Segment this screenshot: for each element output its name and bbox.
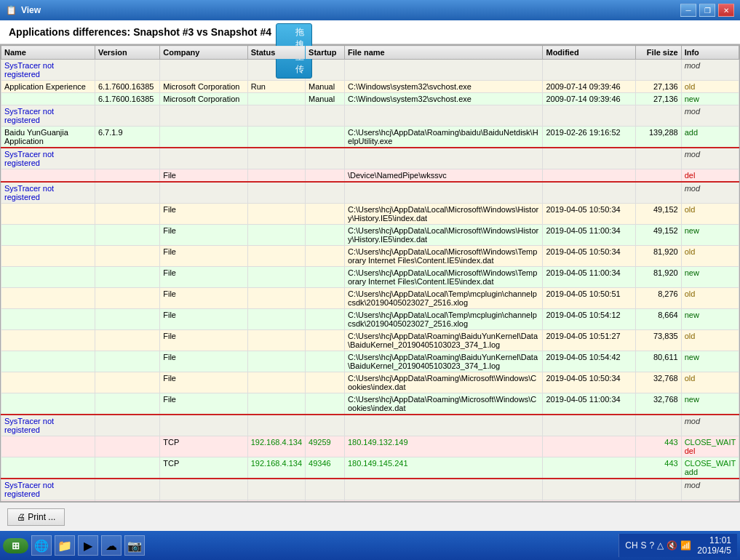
section-name: SysTracer not registered bbox=[1, 479, 95, 500]
taskbar-icon-folder[interactable]: 📁 bbox=[55, 535, 75, 556]
bottom-bar: 🖨 Print ... bbox=[0, 502, 740, 531]
section-info: mod bbox=[681, 105, 739, 127]
network-icon: △ bbox=[657, 540, 664, 551]
section-info: mod bbox=[681, 479, 739, 500]
window-icon: 📋 bbox=[6, 5, 17, 15]
section-header-row: SysTracer not registered mod bbox=[1, 148, 739, 169]
table-row: 6.1.7600.16385 Microsoft Corporation Man… bbox=[1, 93, 739, 105]
section-header-row: SysTracer not registered mod bbox=[1, 182, 739, 204]
clock-date: 2019/4/5 bbox=[697, 545, 731, 556]
table-row: File C:\Users\hcj\AppData\Local\Microsof… bbox=[1, 225, 739, 246]
col-header-company: Company bbox=[160, 46, 247, 60]
col-header-filesize: File size bbox=[635, 46, 681, 60]
taskbar-right: CH S ? △ 🔇 📶 11:01 2019/4/5 bbox=[618, 534, 737, 557]
col-header-filename: File name bbox=[344, 46, 543, 60]
col-header-info: Info bbox=[681, 46, 739, 60]
window-title-text: View bbox=[21, 5, 41, 15]
table-row: Baidu YunGuanjia Application 6.7.1.9 C:\… bbox=[1, 127, 739, 148]
table-row: File \Device\NamedPipe\wkssvc del bbox=[1, 169, 739, 183]
window-heading: Applications differences: Snapshot #3 vs… bbox=[0, 20, 740, 44]
section-info: mod bbox=[681, 148, 739, 169]
col-header-modified: Modified bbox=[543, 46, 635, 60]
table-header-row: Name Version Company Status Startup File… bbox=[1, 46, 739, 60]
restore-button[interactable]: ❐ bbox=[699, 4, 715, 17]
windows-icon: ⊞ bbox=[12, 540, 20, 551]
close-button[interactable]: ✕ bbox=[718, 4, 734, 17]
table-row: File C:\Users\hcj\AppData\Local\Microsof… bbox=[1, 246, 739, 267]
table-row: File C:\Users\hcj\AppData\Roaming\BaiduY… bbox=[1, 351, 739, 372]
section-header-row: SysTracer not registered mod bbox=[1, 60, 739, 81]
ch-indicator: CH bbox=[625, 540, 637, 551]
taskbar: ⊞ 🌐 📁 ▶ ☁ 📷 CH S ? △ 🔇 📶 11:01 2019/4/5 bbox=[0, 531, 740, 560]
section-name: SysTracer not registered bbox=[1, 105, 95, 127]
security-icon: 🔇 bbox=[667, 540, 677, 551]
table-row: File C:\Users\hcj\AppData\Local\Temp\mcp… bbox=[1, 309, 739, 330]
volume-icon: 📶 bbox=[680, 540, 691, 551]
title-bar-controls: ─ ❐ ✕ bbox=[680, 4, 734, 17]
table-row: File C:\Users\hcj\AppData\Roaming\BaiduY… bbox=[1, 330, 739, 351]
col-header-status: Status bbox=[247, 46, 305, 60]
col-header-version: Version bbox=[95, 46, 159, 60]
taskbar-icon-cloud[interactable]: ☁ bbox=[101, 535, 122, 556]
system-clock: 11:01 2019/4/5 bbox=[697, 535, 731, 556]
table-row: TCP 192.168.4.134 49259 180.149.132.149 … bbox=[1, 436, 739, 457]
section-name: SysTracer not registered bbox=[1, 60, 95, 81]
table-row: File C:\Users\hcj\AppData\Local\Microsof… bbox=[1, 204, 739, 225]
section-info: mod bbox=[681, 415, 739, 436]
table-row: File C:\Users\hcj\AppData\Local\Temp\mcp… bbox=[1, 288, 739, 309]
section-name: SysTracer not registered bbox=[1, 182, 95, 204]
diff-table: Name Version Company Status Startup File… bbox=[1, 45, 739, 502]
section-header-row: SysTracer not registered mod bbox=[1, 105, 739, 127]
taskbar-left: ⊞ 🌐 📁 ▶ ☁ 📷 bbox=[3, 535, 145, 556]
clock-time: 11:01 bbox=[697, 535, 731, 545]
taskbar-icon-camera[interactable]: 📷 bbox=[124, 535, 145, 556]
system-tray: CH S ? △ 🔇 📶 bbox=[625, 540, 691, 551]
start-button[interactable]: ⊞ bbox=[3, 538, 28, 553]
table-row: File C:\Users\hcj\AppData\Roaming\Micros… bbox=[1, 372, 739, 393]
table-row: Application Experience 6.1.7600.16385 Mi… bbox=[1, 81, 739, 93]
s-indicator: S bbox=[641, 540, 647, 551]
title-bar: 📋 View ☁ 拖拽上传 ─ ❐ ✕ bbox=[0, 0, 740, 20]
col-header-startup: Startup bbox=[306, 46, 345, 60]
section-header-row: SysTracer not registered mod bbox=[1, 415, 739, 436]
section-name: SysTracer not registered bbox=[1, 148, 95, 169]
main-window: Applications differences: Snapshot #3 vs… bbox=[0, 20, 740, 531]
table-row: File C:\Users\hcj\AppData\Roaming\Micros… bbox=[1, 393, 739, 415]
table-row: File C:\Users\hcj\AppData\Local\Microsof… bbox=[1, 267, 739, 288]
section-header-row: SysTracer not registered mod bbox=[1, 479, 739, 500]
print-button[interactable]: 🖨 Print ... bbox=[7, 508, 65, 526]
section-info: mod bbox=[681, 182, 739, 204]
section-name: SysTracer not registered bbox=[1, 415, 95, 436]
taskbar-icon-ie[interactable]: 🌐 bbox=[31, 535, 52, 556]
help-icon: ? bbox=[650, 540, 655, 551]
col-header-name: Name bbox=[1, 46, 95, 60]
section-info: mod bbox=[681, 60, 739, 81]
table-row: TCP 192.168.4.134 49346 180.149.145.241 … bbox=[1, 457, 739, 479]
taskbar-icon-media[interactable]: ▶ bbox=[78, 535, 98, 556]
title-bar-left: 📋 View bbox=[6, 5, 41, 15]
diff-table-container[interactable]: Name Version Company Status Startup File… bbox=[0, 44, 740, 502]
minimize-button[interactable]: ─ bbox=[680, 4, 696, 17]
